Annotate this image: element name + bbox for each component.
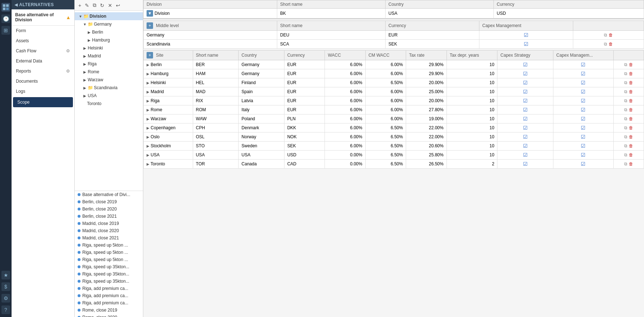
capex-strategy-checkbox[interactable]: ☑ xyxy=(523,116,528,122)
tree-node-germany[interactable]: ▼ 📁 Germany xyxy=(75,20,143,28)
capex-strategy-checkbox[interactable]: ☑ xyxy=(523,71,528,77)
alt-list-item[interactable]: Riga, add premium ca... xyxy=(75,299,143,307)
capex-mgmt-checkbox[interactable]: ☑ xyxy=(581,107,586,113)
nav-item-reports[interactable]: Reports ⚙ xyxy=(12,66,74,76)
alt-list-item[interactable]: Berlin, close 2021 xyxy=(75,213,143,220)
undo-button[interactable]: ↩ xyxy=(114,2,122,9)
alt-list-item[interactable]: Base alternative of Divi... xyxy=(75,191,143,198)
expand-site-button[interactable]: + xyxy=(147,52,153,58)
capex-strategy-checkbox[interactable]: ☑ xyxy=(523,152,528,158)
alt-list-item[interactable]: Riga, add premium ca... xyxy=(75,292,143,299)
help-icon[interactable]: ? xyxy=(1,305,10,314)
capex-strategy-checkbox[interactable]: ☑ xyxy=(523,143,528,149)
capex-strategy-checkbox[interactable]: ☑ xyxy=(523,89,528,95)
nav-item-logs[interactable]: Logs xyxy=(12,86,74,96)
site-delete-icon[interactable]: 🗑 xyxy=(629,125,633,130)
site-delete-icon[interactable]: 🗑 xyxy=(629,71,633,76)
nav-item-externaldata[interactable]: External Data xyxy=(12,56,74,66)
scrollable-main[interactable]: Division Short name Country Currency ▼ D… xyxy=(143,0,644,317)
site-copy-icon[interactable]: ⧉ xyxy=(624,89,627,94)
tree-node-division[interactable]: ▼ 📁 Division xyxy=(75,12,143,20)
alt-list-item[interactable]: Madrid, close 2019 xyxy=(75,220,143,227)
nav-back-button[interactable]: ◀ ALTERNATIVES xyxy=(12,0,74,9)
alt-list-item[interactable]: Rome, close 2020 xyxy=(75,314,143,317)
site-copy-icon[interactable]: ⧉ xyxy=(624,116,627,121)
site-copy-icon[interactable]: ⧉ xyxy=(624,125,627,130)
site-delete-icon[interactable]: 🗑 xyxy=(629,80,633,85)
delete-row-icon[interactable]: 🗑 xyxy=(609,42,613,47)
refresh-button[interactable]: ↻ xyxy=(99,2,106,9)
capex-mgmt-checkbox[interactable]: ☑ xyxy=(581,89,586,95)
site-delete-icon[interactable]: 🗑 xyxy=(629,62,633,67)
capex-mgmt-checkbox[interactable]: ☑ xyxy=(581,152,586,158)
capex-mgmt-checkbox[interactable]: ☑ xyxy=(581,116,586,122)
capex-mgmt-checkbox[interactable]: ☑ xyxy=(581,62,586,68)
nav-item-assets[interactable]: Assets xyxy=(12,36,74,46)
nav-item-cashflow[interactable]: Cash Flow ⚙ xyxy=(12,46,74,56)
copy-row-icon[interactable]: ⧉ xyxy=(604,32,607,38)
alt-list-item[interactable]: Berlin, close 2019 xyxy=(75,198,143,205)
capex-mgmt-checkbox[interactable]: ☑ xyxy=(581,143,586,149)
tree-node-riga[interactable]: ▶ Riga xyxy=(75,60,143,68)
tree-node-warzaw[interactable]: ▶ Warzaw xyxy=(75,76,143,84)
alt-list-item[interactable]: Berlin, close 2020 xyxy=(75,205,143,213)
edit-button[interactable]: ✎ xyxy=(83,2,91,9)
alt-list-item[interactable]: Riga, add premium ca... xyxy=(75,285,143,292)
capex-strategy-checkbox[interactable]: ☑ xyxy=(523,98,528,104)
site-delete-icon[interactable]: 🗑 xyxy=(629,134,633,139)
capex-strategy-checkbox[interactable]: ☑ xyxy=(523,134,528,140)
site-copy-icon[interactable]: ⧉ xyxy=(624,161,627,166)
site-copy-icon[interactable]: ⧉ xyxy=(624,62,627,67)
alt-list-item[interactable]: Riga, speed up 35kton... xyxy=(75,263,143,270)
capex-strategy-checkbox[interactable]: ☑ xyxy=(523,80,528,86)
settings-icon[interactable]: ⚙ xyxy=(1,294,10,303)
capex-mgmt-checkbox[interactable]: ☑ xyxy=(581,71,586,77)
coins-icon[interactable]: $ xyxy=(1,282,10,291)
delete-row-icon[interactable]: 🗑 xyxy=(609,32,613,38)
site-delete-icon[interactable]: 🗑 xyxy=(629,107,633,112)
alt-list-item[interactable]: Madrid, close 2021 xyxy=(75,234,143,242)
tree-node-rome[interactable]: ▶ Rome xyxy=(75,68,143,76)
tree-node-scandinavia[interactable]: ▶ 📁 Scandinavia xyxy=(75,84,143,92)
alt-list-item[interactable]: Madrid, close 2020 xyxy=(75,227,143,234)
capex-checkbox[interactable]: ☑ xyxy=(524,41,528,47)
clock-icon[interactable]: 🕐 xyxy=(1,14,10,23)
grid-icon[interactable]: ⊞ xyxy=(1,26,10,35)
capex-checkbox[interactable]: ☑ xyxy=(524,32,528,38)
capex-mgmt-checkbox[interactable]: ☑ xyxy=(581,125,586,131)
alt-list-item[interactable]: Riga, speed up 35kton... xyxy=(75,270,143,278)
capex-mgmt-checkbox[interactable]: ☑ xyxy=(581,98,586,104)
alt-list-item[interactable]: Riga, speed up 35kton... xyxy=(75,278,143,285)
site-copy-icon[interactable]: ⧉ xyxy=(624,152,627,157)
capex-strategy-checkbox[interactable]: ☑ xyxy=(523,125,528,131)
cashflow-gear-icon[interactable]: ⚙ xyxy=(66,48,70,53)
copy-button[interactable]: ⧉ xyxy=(91,1,98,9)
capex-strategy-checkbox[interactable]: ☑ xyxy=(523,62,528,68)
reports-gear-icon[interactable]: ⚙ xyxy=(66,69,70,74)
tree-node-usa[interactable]: ▶ USA xyxy=(75,92,143,100)
nav-item-documents[interactable]: Documents xyxy=(12,76,74,86)
alt-list-item[interactable]: Riga, speed up 5kton ... xyxy=(75,249,143,256)
site-copy-icon[interactable]: ⧉ xyxy=(624,143,627,148)
expand-middle-button[interactable]: + xyxy=(147,22,153,29)
capex-strategy-checkbox[interactable]: ☑ xyxy=(523,161,528,167)
tree-node-berlin[interactable]: ▶ Berlin xyxy=(75,28,143,36)
copy-row-icon[interactable]: ⧉ xyxy=(604,42,607,47)
site-delete-icon[interactable]: 🗑 xyxy=(629,161,633,166)
capex-mgmt-checkbox[interactable]: ☑ xyxy=(581,80,586,86)
add-button[interactable]: + xyxy=(77,2,83,9)
site-delete-icon[interactable]: 🗑 xyxy=(629,152,633,157)
delete-button[interactable]: ✕ xyxy=(106,2,114,9)
tree-node-hamburg[interactable]: ▶ Hamburg xyxy=(75,36,143,44)
tree-node-madrid[interactable]: ▶ Madrid xyxy=(75,52,143,60)
star-icon[interactable]: ★ xyxy=(1,271,10,279)
nav-item-scope[interactable]: Scope xyxy=(13,97,73,107)
alt-list-item[interactable]: Riga, speed up 5kton ... xyxy=(75,242,143,249)
site-copy-icon[interactable]: ⧉ xyxy=(624,98,627,103)
capex-mgmt-checkbox[interactable]: ☑ xyxy=(581,134,586,140)
alt-list-item[interactable]: Riga, speed up 5kton ... xyxy=(75,256,143,263)
expand-division-button[interactable]: ▼ xyxy=(147,10,153,17)
site-copy-icon[interactable]: ⧉ xyxy=(624,107,627,112)
site-delete-icon[interactable]: 🗑 xyxy=(629,143,633,148)
site-delete-icon[interactable]: 🗑 xyxy=(629,116,633,121)
